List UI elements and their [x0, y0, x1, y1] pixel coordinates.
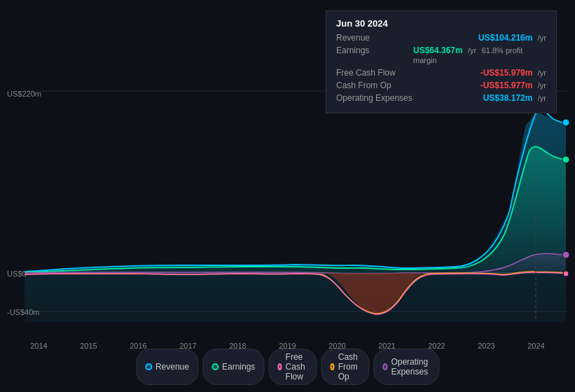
legend-dot-cfo	[330, 363, 334, 370]
svg-point-5	[562, 156, 569, 163]
tooltip-revenue-unit: /yr	[538, 34, 546, 42]
tooltip-opex-label: Operating Expenses	[336, 93, 413, 103]
tooltip-earnings-label: Earnings	[336, 46, 413, 55]
tooltip-revenue-value: US$104.216m	[478, 33, 532, 43]
tooltip-earnings-row: Earnings US$64.367m /yr 61.8% profit mar…	[336, 46, 546, 65]
svg-point-4	[562, 119, 569, 126]
legend-item-cfo[interactable]: Cash From Op	[321, 349, 369, 385]
x-label-2024: 2024	[527, 342, 544, 350]
tooltip-earnings-unit: /yr	[468, 46, 476, 55]
legend-item-revenue[interactable]: Revenue	[136, 349, 198, 385]
x-label-2015: 2015	[80, 342, 97, 350]
legend-dot-revenue	[145, 363, 152, 370]
legend-item-earnings[interactable]: Earnings	[202, 349, 264, 385]
tooltip-revenue-row: Revenue US$104.216m /yr	[336, 33, 546, 43]
legend-item-fcf[interactable]: Free Cash Flow	[268, 349, 317, 385]
legend-label-earnings: Earnings	[222, 362, 255, 372]
y-label-zero: US$0	[7, 270, 27, 278]
tooltip-earnings-value: US$64.367m	[413, 46, 463, 55]
tooltip-date: Jun 30 2024	[336, 18, 546, 29]
tooltip-opex-unit: /yr	[538, 94, 546, 102]
svg-point-8	[563, 271, 569, 276]
legend-label-revenue: Revenue	[155, 362, 189, 372]
tooltip-cfo-label: Cash From Op	[336, 80, 413, 90]
tooltip-fcf-row: Free Cash Flow -US$15.979m /yr	[336, 68, 546, 78]
tooltip-opex-row: Operating Expenses US$38.172m /yr	[336, 93, 546, 103]
y-label-top: US$220m	[7, 90, 41, 98]
x-label-2023: 2023	[478, 342, 494, 350]
tooltip-revenue-label: Revenue	[336, 33, 413, 43]
chart-legend: Revenue Earnings Free Cash Flow Cash Fro…	[136, 349, 439, 385]
tooltip-cfo-row: Cash From Op -US$15.977m /yr	[336, 80, 546, 90]
legend-item-opex[interactable]: Operating Expenses	[373, 349, 439, 385]
svg-point-6	[562, 251, 569, 258]
tooltip-box: Jun 30 2024 Revenue US$104.216m /yr Earn…	[326, 10, 557, 113]
tooltip-cfo-unit: /yr	[538, 81, 546, 90]
tooltip-fcf-unit: /yr	[538, 69, 546, 77]
y-label-bottom: -US$40m	[7, 308, 39, 316]
legend-label-cfo: Cash From Op	[338, 352, 361, 382]
tooltip-cfo-value: -US$15.977m	[480, 80, 533, 90]
x-label-2014: 2014	[30, 342, 47, 350]
tooltip-fcf-label: Free Cash Flow	[336, 68, 413, 78]
legend-label-opex: Operating Expenses	[391, 357, 430, 377]
legend-dot-earnings	[212, 363, 219, 370]
tooltip-opex-value: US$38.172m	[483, 93, 533, 103]
legend-dot-opex	[382, 363, 387, 370]
tooltip-fcf-value: -US$15.979m	[480, 68, 533, 78]
legend-dot-fcf	[277, 363, 282, 370]
chart-container: US$220m US$0 -US$40m 2014 2015 2016 2017…	[0, 0, 575, 392]
legend-label-fcf: Free Cash Flow	[286, 352, 308, 382]
